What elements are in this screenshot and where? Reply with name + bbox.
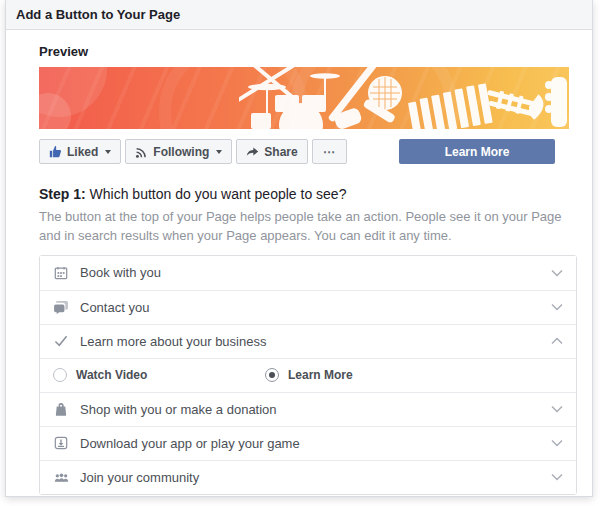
add-button-dialog: Add a Button to Your Page Preview bbox=[5, 0, 593, 497]
people-icon bbox=[53, 472, 69, 483]
choice-learn-more[interactable]: Learn More bbox=[265, 368, 353, 382]
choice-label: Learn More bbox=[288, 368, 353, 382]
step1-description: The button at the top of your Page helps… bbox=[39, 208, 577, 246]
option-label: Download your app or play your game bbox=[80, 436, 300, 451]
option-label: Join your community bbox=[80, 470, 199, 485]
share-button[interactable]: Share bbox=[236, 139, 307, 164]
chevron-up-icon bbox=[551, 337, 563, 345]
dialog-title: Add a Button to Your Page bbox=[16, 7, 180, 22]
thumbs-up-icon bbox=[49, 145, 62, 158]
check-icon bbox=[53, 335, 69, 347]
option-label: Book with you bbox=[80, 265, 161, 280]
option-shop-or-donate[interactable]: Shop with you or make a donation bbox=[40, 392, 576, 426]
option-label: Learn more about your business bbox=[80, 334, 266, 349]
chevron-down-icon bbox=[551, 303, 563, 311]
step1-heading: Step 1: Which button do you want people … bbox=[39, 186, 577, 202]
radio-selected[interactable] bbox=[265, 368, 279, 382]
option-contact-you[interactable]: Contact you bbox=[40, 290, 576, 324]
ellipsis-icon: ⋯ bbox=[323, 145, 336, 159]
option-learn-more-about-business[interactable]: Learn more about your business bbox=[40, 324, 576, 358]
preview-heading: Preview bbox=[39, 44, 577, 59]
following-button[interactable]: Following bbox=[125, 139, 232, 164]
dialog-content: Preview bbox=[6, 30, 592, 495]
chevron-down-icon bbox=[551, 473, 563, 481]
more-actions-button[interactable]: ⋯ bbox=[312, 139, 347, 164]
choice-watch-video[interactable]: Watch Video bbox=[53, 368, 265, 382]
option-join-community[interactable]: Join your community bbox=[40, 460, 576, 494]
following-feed-icon bbox=[135, 145, 148, 158]
following-button-label: Following bbox=[153, 145, 209, 159]
chevron-down-icon bbox=[551, 269, 563, 277]
preview-action-row: Liked Following Share ⋯ Learn More bbox=[39, 139, 577, 164]
learn-more-preview-button[interactable]: Learn More bbox=[399, 139, 555, 164]
caret-down-icon bbox=[105, 150, 111, 154]
choice-label: Watch Video bbox=[76, 368, 147, 382]
download-icon bbox=[53, 436, 69, 450]
share-arrow-icon bbox=[246, 145, 259, 158]
option-download-app-or-game[interactable]: Download your app or play your game bbox=[40, 426, 576, 460]
page-cover-banner bbox=[39, 67, 569, 129]
liked-button[interactable]: Liked bbox=[39, 139, 121, 164]
chevron-down-icon bbox=[551, 439, 563, 447]
chevron-down-icon bbox=[551, 405, 563, 413]
step1-question: Which button do you want people to see? bbox=[86, 186, 347, 202]
option-label: Shop with you or make a donation bbox=[80, 402, 277, 417]
option-label: Contact you bbox=[80, 300, 149, 315]
button-options-accordion: Book with you Contact you Learn more a bbox=[39, 255, 577, 495]
step1-label: Step 1: bbox=[39, 186, 86, 202]
learn-more-choices-row: Watch Video Learn More bbox=[40, 358, 576, 392]
caret-down-icon bbox=[216, 150, 222, 154]
share-button-label: Share bbox=[264, 145, 297, 159]
liked-button-label: Liked bbox=[67, 145, 98, 159]
dialog-titlebar: Add a Button to Your Page bbox=[6, 0, 592, 30]
option-book-with-you[interactable]: Book with you bbox=[40, 256, 576, 290]
radio-unselected[interactable] bbox=[53, 368, 67, 382]
shopping-bag-icon bbox=[53, 402, 69, 416]
music-instruments-illustration bbox=[239, 67, 569, 129]
chat-icon bbox=[53, 301, 69, 314]
calendar-icon bbox=[53, 266, 69, 280]
